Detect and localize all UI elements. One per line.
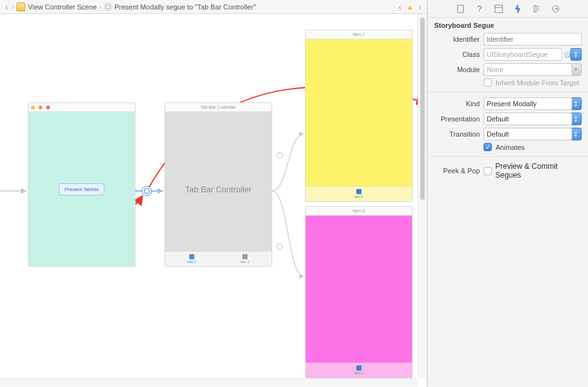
- preview-commit-checkbox[interactable]: [484, 167, 492, 175]
- identifier-label: Identifier: [434, 35, 480, 43]
- segue-icon: ▢: [104, 3, 112, 11]
- canvas-pane: ‹ › View Controller Scene › ▢ Present Mo…: [0, 0, 427, 387]
- attributes-inspector-icon[interactable]: [513, 4, 523, 14]
- tbc-header: Tab Bar Controller: [165, 103, 272, 112]
- relationship-knob-2[interactable]: [277, 243, 283, 250]
- presentation-select[interactable]: Default: [484, 113, 572, 125]
- animates-label: Animates: [496, 144, 525, 151]
- preview-commit-label: Preview & Commit Segues: [496, 162, 582, 180]
- scene-tab-bar-controller[interactable]: Tab Bar Controller Tab Bar Controller It…: [165, 102, 272, 267]
- storyboard-icon: [16, 3, 25, 11]
- module-select[interactable]: None: [484, 63, 572, 76]
- inspector-body: Storyboard Segue Identifier Class UIStor…: [428, 18, 588, 387]
- present-tabbar-button[interactable]: Present Tabbar: [59, 183, 104, 195]
- item2-content: [306, 216, 412, 362]
- tbc-tabbar: Item 1 Item 2: [165, 251, 272, 266]
- canvas-horizontal-scrollbar[interactable]: [0, 378, 418, 387]
- item1-tabbar: Item 1: [306, 186, 412, 201]
- storyboard-canvas[interactable]: Present Tabbar Tab Bar Controller Tab Ba…: [0, 14, 427, 387]
- relationship-knob-1[interactable]: [277, 152, 283, 159]
- svg-rect-4: [495, 5, 503, 13]
- jumpbar-scene[interactable]: View Controller Scene: [28, 3, 97, 11]
- next-issue-icon[interactable]: ›: [417, 2, 423, 12]
- tbc-tab-2: Item 2: [218, 252, 272, 266]
- class-dropdown-icon[interactable]: ▴▾: [570, 48, 582, 61]
- kind-label: Kind: [434, 100, 480, 108]
- warning-icon[interactable]: ▲: [406, 3, 413, 11]
- item1-content: [306, 39, 412, 186]
- tbc-tab-1: Item 1: [165, 252, 218, 266]
- svg-rect-3: [458, 5, 463, 13]
- scene-icon: [31, 106, 35, 109]
- svg-rect-6: [534, 6, 536, 12]
- kind-select[interactable]: Present Modally: [484, 97, 572, 110]
- scene-view-controller[interactable]: Present Tabbar: [28, 102, 135, 267]
- scene-header: [28, 103, 135, 112]
- class-select[interactable]: UIStoryboardSegue: [484, 48, 562, 61]
- presentation-label: Presentation: [434, 115, 480, 123]
- first-responder-icon: [39, 106, 42, 109]
- section-title: Storyboard Segue: [428, 18, 588, 32]
- identity-inspector-icon[interactable]: [494, 4, 504, 14]
- item2-header: Item 2: [306, 207, 412, 216]
- inherit-module-checkbox[interactable]: [484, 78, 492, 87]
- canvas-vertical-scrollbar[interactable]: [418, 14, 427, 378]
- connections-inspector-icon[interactable]: [551, 4, 561, 14]
- scene-item-1[interactable]: Item 1 Item 1: [305, 30, 413, 202]
- inspector-tab-bar: ?: [428, 0, 588, 18]
- segue-knob[interactable]: [142, 186, 152, 196]
- help-inspector-icon[interactable]: ?: [475, 4, 485, 14]
- item2-tabbar: Item 2: [306, 362, 412, 378]
- animates-checkbox[interactable]: ✓: [484, 143, 492, 151]
- size-inspector-icon[interactable]: [532, 4, 542, 14]
- prev-issue-icon[interactable]: ‹: [397, 2, 403, 12]
- class-label: Class: [434, 51, 480, 58]
- inspector-panel: ? Storyboard Segue Identifier Class UISt…: [427, 0, 588, 387]
- file-inspector-icon[interactable]: [456, 4, 466, 14]
- exit-icon: [46, 106, 50, 109]
- jump-bar: ‹ › View Controller Scene › ▢ Present Mo…: [0, 0, 427, 14]
- inherit-module-label: Inherit Module From Target: [496, 79, 579, 87]
- back-icon[interactable]: ‹: [4, 2, 9, 12]
- transition-label: Transition: [434, 130, 480, 138]
- scene-item-2[interactable]: Item 2 Item 2: [305, 206, 413, 378]
- module-label: Module: [434, 66, 480, 73]
- peekpop-label: Peek & Pop: [434, 167, 480, 175]
- identifier-input[interactable]: [484, 33, 582, 46]
- jumpbar-segue[interactable]: Present Modally segue to "Tab Bar Contro…: [115, 3, 256, 11]
- tbc-body-label: Tab Bar Controller: [185, 185, 252, 194]
- transition-select[interactable]: Default: [484, 128, 572, 140]
- item1-header: Item 1: [306, 30, 412, 39]
